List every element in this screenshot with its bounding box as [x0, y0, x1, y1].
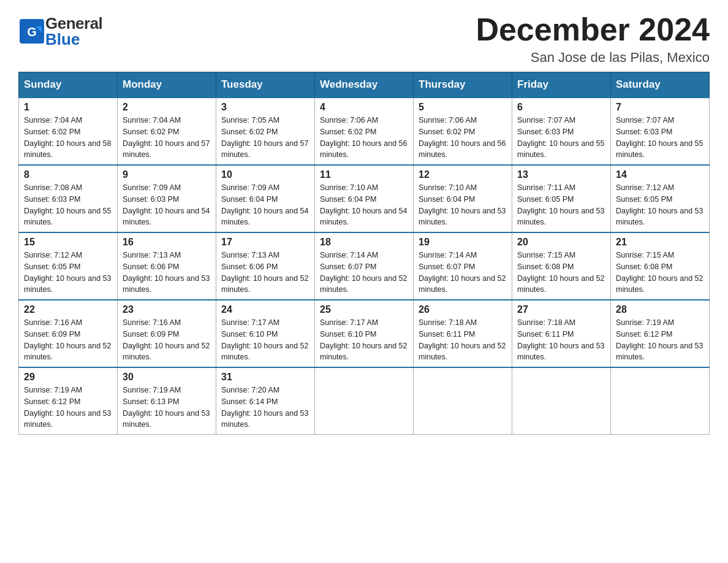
- calendar-cell: 7 Sunrise: 7:07 AMSunset: 6:03 PMDayligh…: [611, 98, 710, 165]
- day-info: Sunrise: 7:10 AMSunset: 6:04 PMDaylight:…: [419, 183, 506, 226]
- day-info: Sunrise: 7:05 AMSunset: 6:02 PMDaylight:…: [221, 116, 308, 159]
- day-info: Sunrise: 7:17 AMSunset: 6:10 PMDaylight:…: [221, 318, 308, 361]
- calendar-cell: 24 Sunrise: 7:17 AMSunset: 6:10 PMDaylig…: [216, 300, 315, 367]
- day-number: 28: [616, 304, 704, 315]
- day-number: 21: [616, 237, 704, 248]
- calendar-cell: [512, 367, 611, 435]
- day-info: Sunrise: 7:07 AMSunset: 6:03 PMDaylight:…: [616, 116, 703, 159]
- day-info: Sunrise: 7:13 AMSunset: 6:06 PMDaylight:…: [123, 251, 210, 294]
- day-info: Sunrise: 7:16 AMSunset: 6:09 PMDaylight:…: [123, 318, 210, 361]
- day-info: Sunrise: 7:15 AMSunset: 6:08 PMDaylight:…: [616, 251, 703, 294]
- logo-name: General Blue: [45, 15, 102, 47]
- weekday-header-thursday: Thursday: [414, 72, 512, 98]
- day-number: 15: [24, 237, 112, 248]
- calendar-cell: 12 Sunrise: 7:10 AMSunset: 6:04 PMDaylig…: [414, 165, 512, 232]
- day-info: Sunrise: 7:15 AMSunset: 6:08 PMDaylight:…: [517, 251, 604, 294]
- day-number: 13: [517, 169, 605, 180]
- calendar-week-1: 1 Sunrise: 7:04 AMSunset: 6:02 PMDayligh…: [19, 98, 710, 165]
- calendar-cell: 25 Sunrise: 7:17 AMSunset: 6:10 PMDaylig…: [315, 300, 414, 367]
- day-number: 6: [517, 102, 605, 113]
- calendar-cell: 23 Sunrise: 7:16 AMSunset: 6:09 PMDaylig…: [118, 300, 216, 367]
- day-info: Sunrise: 7:16 AMSunset: 6:09 PMDaylight:…: [24, 318, 111, 361]
- day-info: Sunrise: 7:12 AMSunset: 6:05 PMDaylight:…: [24, 251, 111, 294]
- day-number: 29: [24, 372, 112, 383]
- day-info: Sunrise: 7:10 AMSunset: 6:04 PMDaylight:…: [320, 183, 407, 226]
- day-info: Sunrise: 7:06 AMSunset: 6:02 PMDaylight:…: [419, 116, 506, 159]
- calendar-cell: 1 Sunrise: 7:04 AMSunset: 6:02 PMDayligh…: [19, 98, 118, 165]
- day-number: 27: [517, 304, 605, 315]
- calendar-cell: 20 Sunrise: 7:15 AMSunset: 6:08 PMDaylig…: [512, 232, 611, 300]
- day-info: Sunrise: 7:19 AMSunset: 6:12 PMDaylight:…: [24, 386, 111, 429]
- title-section: December 2024 San Jose de las Pilas, Mex…: [476, 12, 710, 66]
- day-info: Sunrise: 7:07 AMSunset: 6:03 PMDaylight:…: [517, 116, 604, 159]
- day-info: Sunrise: 7:14 AMSunset: 6:07 PMDaylight:…: [320, 251, 407, 294]
- calendar-cell: 29 Sunrise: 7:19 AMSunset: 6:12 PMDaylig…: [19, 367, 118, 435]
- weekday-header-tuesday: Tuesday: [216, 72, 315, 98]
- day-info: Sunrise: 7:11 AMSunset: 6:05 PMDaylight:…: [517, 183, 604, 226]
- calendar-cell: 4 Sunrise: 7:06 AMSunset: 6:02 PMDayligh…: [315, 98, 414, 165]
- weekday-header-sunday: Sunday: [19, 72, 118, 98]
- logo: G General Blue: [18, 12, 102, 47]
- calendar-cell: [414, 367, 512, 435]
- day-number: 31: [221, 372, 309, 383]
- day-number: 22: [24, 304, 112, 315]
- logo-general-text: General: [45, 15, 102, 31]
- day-number: 24: [221, 304, 309, 315]
- day-number: 19: [419, 237, 507, 248]
- calendar-week-4: 22 Sunrise: 7:16 AMSunset: 6:09 PMDaylig…: [19, 300, 710, 367]
- day-info: Sunrise: 7:18 AMSunset: 6:11 PMDaylight:…: [419, 318, 506, 361]
- calendar-cell: 30 Sunrise: 7:19 AMSunset: 6:13 PMDaylig…: [118, 367, 216, 435]
- calendar-cell: 3 Sunrise: 7:05 AMSunset: 6:02 PMDayligh…: [216, 98, 315, 165]
- day-info: Sunrise: 7:12 AMSunset: 6:05 PMDaylight:…: [616, 183, 703, 226]
- day-number: 8: [24, 169, 112, 180]
- day-info: Sunrise: 7:09 AMSunset: 6:03 PMDaylight:…: [123, 183, 210, 226]
- day-number: 18: [320, 237, 408, 248]
- calendar-cell: 9 Sunrise: 7:09 AMSunset: 6:03 PMDayligh…: [118, 165, 216, 232]
- calendar-cell: 11 Sunrise: 7:10 AMSunset: 6:04 PMDaylig…: [315, 165, 414, 232]
- calendar-cell: 13 Sunrise: 7:11 AMSunset: 6:05 PMDaylig…: [512, 165, 611, 232]
- day-number: 7: [616, 102, 704, 113]
- day-info: Sunrise: 7:04 AMSunset: 6:02 PMDaylight:…: [24, 116, 111, 159]
- day-number: 17: [221, 237, 309, 248]
- day-number: 10: [221, 169, 309, 180]
- day-number: 5: [419, 102, 507, 113]
- month-title: December 2024: [476, 12, 710, 47]
- calendar-cell: [315, 367, 414, 435]
- day-info: Sunrise: 7:14 AMSunset: 6:07 PMDaylight:…: [419, 251, 506, 294]
- calendar-cell: 16 Sunrise: 7:13 AMSunset: 6:06 PMDaylig…: [118, 232, 216, 300]
- day-info: Sunrise: 7:20 AMSunset: 6:14 PMDaylight:…: [221, 386, 308, 429]
- day-number: 26: [419, 304, 507, 315]
- calendar-cell: [611, 367, 710, 435]
- calendar-cell: 10 Sunrise: 7:09 AMSunset: 6:04 PMDaylig…: [216, 165, 315, 232]
- calendar-cell: 5 Sunrise: 7:06 AMSunset: 6:02 PMDayligh…: [414, 98, 512, 165]
- calendar-week-3: 15 Sunrise: 7:12 AMSunset: 6:05 PMDaylig…: [19, 232, 710, 300]
- calendar-cell: 17 Sunrise: 7:13 AMSunset: 6:06 PMDaylig…: [216, 232, 315, 300]
- day-info: Sunrise: 7:08 AMSunset: 6:03 PMDaylight:…: [24, 183, 111, 226]
- day-number: 2: [123, 102, 211, 113]
- calendar-cell: 21 Sunrise: 7:15 AMSunset: 6:08 PMDaylig…: [611, 232, 710, 300]
- weekday-header-row: SundayMondayTuesdayWednesdayThursdayFrid…: [19, 72, 710, 98]
- calendar-table: SundayMondayTuesdayWednesdayThursdayFrid…: [18, 72, 710, 435]
- calendar-cell: 26 Sunrise: 7:18 AMSunset: 6:11 PMDaylig…: [414, 300, 512, 367]
- calendar-cell: 6 Sunrise: 7:07 AMSunset: 6:03 PMDayligh…: [512, 98, 611, 165]
- calendar-cell: 18 Sunrise: 7:14 AMSunset: 6:07 PMDaylig…: [315, 232, 414, 300]
- page-header: G General Blue December 2024 San Jose de…: [18, 12, 710, 66]
- day-number: 14: [616, 169, 704, 180]
- weekday-header-wednesday: Wednesday: [315, 72, 414, 98]
- day-number: 11: [320, 169, 408, 180]
- calendar-cell: 28 Sunrise: 7:19 AMSunset: 6:12 PMDaylig…: [611, 300, 710, 367]
- day-number: 3: [221, 102, 309, 113]
- svg-text:G: G: [27, 25, 37, 39]
- day-info: Sunrise: 7:19 AMSunset: 6:13 PMDaylight:…: [123, 386, 210, 429]
- day-number: 9: [123, 169, 211, 180]
- day-number: 4: [320, 102, 408, 113]
- calendar-cell: 31 Sunrise: 7:20 AMSunset: 6:14 PMDaylig…: [216, 367, 315, 435]
- day-number: 16: [123, 237, 211, 248]
- weekday-header-friday: Friday: [512, 72, 611, 98]
- weekday-header-saturday: Saturday: [611, 72, 710, 98]
- calendar-cell: 27 Sunrise: 7:18 AMSunset: 6:11 PMDaylig…: [512, 300, 611, 367]
- day-number: 23: [123, 304, 211, 315]
- calendar-week-5: 29 Sunrise: 7:19 AMSunset: 6:12 PMDaylig…: [19, 367, 710, 435]
- location: San Jose de las Pilas, Mexico: [476, 50, 710, 66]
- day-number: 12: [419, 169, 507, 180]
